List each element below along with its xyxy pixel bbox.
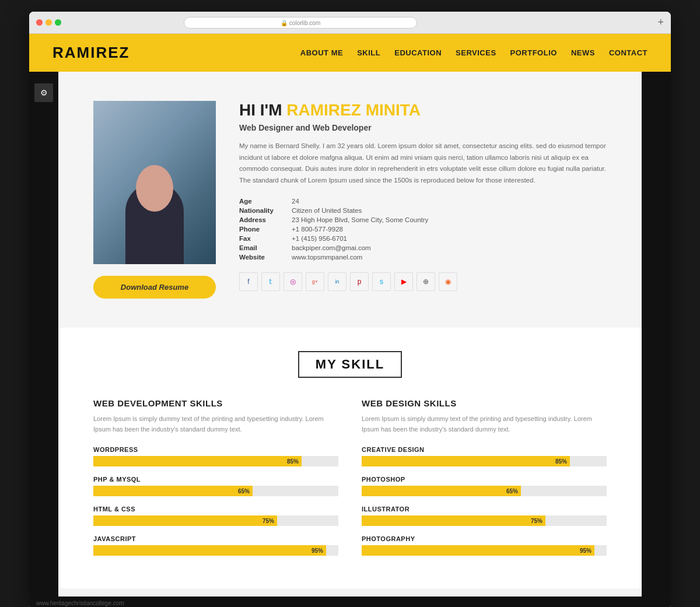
info-row-nationality: Nationality Citizen of United States [239,206,607,215]
info-value-age: 24 [292,197,607,206]
skill-php-mysql: PHP & MYSQL 65% [93,476,338,496]
browser-chrome: 🔒 colorlib.com + [29,12,671,34]
nav-education[interactable]: EDUCATION [394,48,442,57]
hello-title: HI I'M RAMIREZ MINITA [239,101,607,120]
maximize-dot[interactable] [55,19,61,26]
info-label-email: Email [239,243,292,252]
close-dot[interactable] [36,19,43,26]
instagram-icon[interactable]: ◎ [284,272,302,291]
nav-portfolio[interactable]: PORTFOLIO [510,48,557,57]
skill-label-illustrator: ILLUSTRATOR [362,506,607,513]
skill-illustrator: ILLUSTRATOR 75% [362,506,607,526]
skills-grid: WEB DEVELOPMENT SKILLS Lorem Ipsum is si… [93,398,607,565]
skill-bar-fill-creative: 85% [362,456,570,466]
skills-section: MY SKILL WEB DEVELOPMENT SKILLS Lorem Ip… [58,328,642,588]
skill-bar-bg-php: 65% [93,486,338,496]
youtube-icon[interactable]: ▶ [394,272,413,291]
browser-window: 🔒 colorlib.com + RAMIREZ ABOUT ME SKILL … [29,12,671,607]
info-label-nationality: Nationality [239,206,292,215]
nav-services[interactable]: SERVICES [456,48,496,57]
skill-bar-bg-photography: 95% [362,545,607,556]
skill-bar-fill-wordpress: 85% [93,456,302,466]
info-row-phone: Phone +1 800-577-9928 [239,224,607,234]
info-row-email: Email backpiper.com@gmai.com [239,243,607,252]
info-value-address: 23 High Hope Blvd, Some City, Some Count… [292,215,607,224]
skill-bar-fill-php: 65% [93,486,253,496]
skills-right-col: WEB DESIGN SKILLS Lorem Ipsum is simply … [362,398,607,565]
web-design-skills-title: WEB DESIGN SKILLS [362,398,607,408]
download-resume-button[interactable]: Download Resume [93,276,216,299]
info-label-address: Address [239,215,292,224]
skill-bar-fill-html: 75% [93,515,277,526]
skill-bar-bg-html: 75% [93,515,338,526]
bio-text: My name is Bernard Shelly. I am 32 years… [239,141,607,186]
info-label-website: Website [239,252,292,262]
skill-bar-fill-illustrator: 75% [362,515,545,526]
linkedin-icon[interactable]: in [328,272,346,291]
skill-bar-bg-illustrator: 75% [362,515,607,526]
nav-about-me[interactable]: ABOUT ME [300,48,343,57]
skill-creative-design: CREATIVE DESIGN 85% [362,446,607,466]
skill-bar-bg-wordpress: 85% [93,456,338,466]
skill-bar-bg-js: 95% [93,545,338,556]
footer-bar: www.heritagechristiancollege.com [29,597,671,607]
nav-contact[interactable]: CONTACT [609,48,648,57]
web-dev-skills-title: WEB DEVELOPMENT SKILLS [93,398,338,408]
minimize-dot[interactable] [46,19,52,26]
skills-section-title: MY SKILL [298,351,402,378]
skill-pct-photoshop: 65% [506,488,518,494]
skill-photoshop: PHOTOSHOP 65% [362,476,607,496]
info-value-phone: +1 800-577-9928 [292,224,607,234]
info-row-address: Address 23 High Hope Blvd, Some City, So… [239,215,607,224]
skill-pct-wordpress: 85% [287,458,299,465]
info-label-fax: Fax [239,234,292,243]
info-label-phone: Phone [239,224,292,234]
profile-photo [93,101,216,264]
web-design-skills-desc: Lorem Ipsum is simply dummy text of the … [362,414,607,434]
info-row-website: Website www.topsmmpanel.com [239,252,607,262]
info-row-fax: Fax +1 (415) 956-6701 [239,234,607,243]
skill-pct-creative: 85% [555,458,567,465]
skill-label-creative: CREATIVE DESIGN [362,446,607,453]
web-icon[interactable]: ⊕ [416,272,435,291]
url-bar[interactable]: 🔒 colorlib.com [184,17,417,29]
skill-pct-photography: 95% [580,548,592,554]
footer-text: www.heritagechristiancollege.com [36,600,124,606]
section-title-wrap: MY SKILL [93,351,607,378]
left-sidebar: ⚙ [29,72,58,597]
skill-label-photography: PHOTOGRAPHY [362,535,607,542]
skill-javascript: JAVASCRIPT 95% [93,535,338,556]
skill-label-html: HTML & CSS [93,506,338,513]
skype-icon[interactable]: s [372,272,391,291]
pinterest-icon[interactable]: p [350,272,369,291]
skill-photography: PHOTOGRAPHY 95% [362,535,607,556]
new-tab-button[interactable]: + [657,16,664,29]
about-right: HI I'M RAMIREZ MINITA Web Designer and W… [239,101,607,299]
right-sidebar [642,72,671,597]
rss-icon[interactable]: ◉ [439,272,457,291]
info-value-nationality: Citizen of United States [292,206,607,215]
settings-button[interactable]: ⚙ [34,83,53,102]
twitter-icon[interactable]: 𝕥 [261,272,280,291]
nav-news[interactable]: NEWS [571,48,595,57]
skill-bar-fill-js: 95% [93,545,326,556]
site-logo: RAMIREZ [52,44,130,62]
facebook-icon[interactable]: f [239,272,258,291]
about-left: Download Resume [93,101,216,299]
skill-bar-bg-photoshop: 65% [362,486,607,496]
info-value-email: backpiper.com@gmai.com [292,243,607,252]
web-dev-skills-desc: Lorem Ipsum is simply dummy text of the … [93,414,338,434]
job-title: Web Designer and Web Developer [239,123,607,132]
skill-label-php: PHP & MYSQL [93,476,338,483]
skill-bar-bg-creative: 85% [362,456,607,466]
google-plus-icon[interactable]: g+ [306,272,324,291]
nav-skill[interactable]: SKILL [357,48,380,57]
skill-label-js: JAVASCRIPT [93,535,338,542]
skill-pct-js: 95% [312,548,323,554]
site-header: RAMIREZ ABOUT ME SKILL EDUCATION SERVICE… [29,34,671,72]
info-row-age: Age 24 [239,197,607,206]
skill-wordpress: WORDPRESS 85% [93,446,338,466]
main-area: Download Resume HI I'M RAMIREZ MINITA We… [58,72,642,597]
skill-bar-fill-photoshop: 65% [362,486,521,496]
info-table: Age 24 Nationality Citizen of United Sta… [239,197,607,262]
